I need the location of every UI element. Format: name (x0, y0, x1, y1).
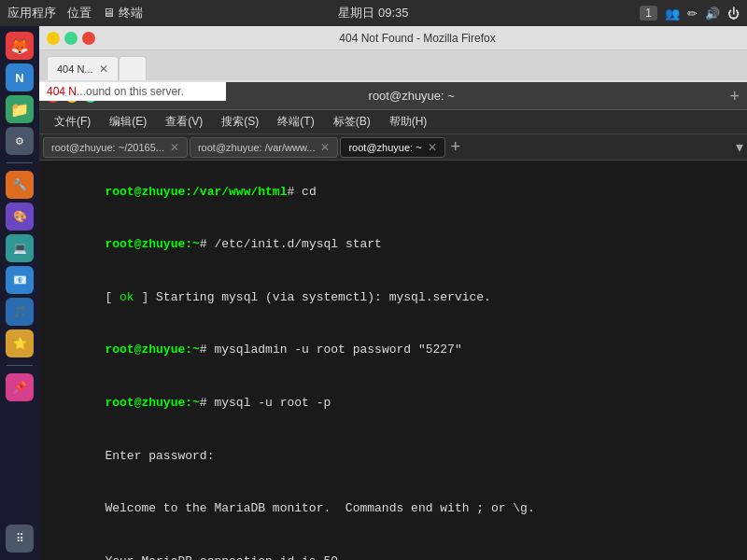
position-menu[interactable]: 位置 (67, 5, 92, 21)
terminal-prompt-user-5: root@zhuyue (105, 396, 185, 410)
menu-file[interactable]: 文件(F) (47, 112, 98, 132)
browser-tab-2[interactable] (119, 56, 147, 80)
dock-separator-2 (7, 365, 33, 366)
menu-help[interactable]: 帮助(H) (382, 112, 435, 132)
system-time: 星期日 09:35 (338, 5, 408, 21)
dock-icon-7[interactable]: 💻 (6, 234, 34, 262)
terminal-ok-text: ok (120, 290, 134, 304)
terminal-cmd-1: cd (302, 185, 317, 199)
browser-404-text: 404 N...ound on this server. (39, 82, 226, 101)
browser-tab-1[interactable]: 404 N... ✕ (47, 56, 119, 80)
terminal-enter-password: Enter password: (105, 449, 221, 463)
terminal-tab-1-label: root@zhuyue: ~/20165... (51, 142, 164, 153)
desktop: 🦊 N 📁 ⚙ 🔧 🎨 💻 📧 🎵 ⭐ 📌 ⠿ 404 Not Found - … (0, 26, 747, 560)
dock-icon-2[interactable]: N (6, 63, 34, 91)
terminal-prompt-user-1: root@zhuyue (105, 185, 185, 199)
dock-icon-10[interactable]: ⭐ (6, 329, 34, 357)
terminal-tabs: root@zhuyue: ~/20165... ✕ root@zhuyue: /… (39, 134, 747, 161)
menu-terminal[interactable]: 终端(T) (270, 112, 321, 132)
terminal-window: root@zhuyue: ~ + 文件(F) 编辑(E) 查看(V) 搜索(S)… (39, 82, 747, 560)
terminal-line-5: root@zhuyue:~# mysql -u root -p (47, 377, 740, 430)
terminal-tab-3-close[interactable]: ✕ (428, 141, 437, 154)
dock-icon-11[interactable]: 📌 (6, 373, 34, 401)
terminal-content[interactable]: root@zhuyue:/var/www/html# cd root@zhuyu… (39, 161, 747, 560)
terminal-tab-1-close[interactable]: ✕ (170, 141, 179, 154)
terminal-connection-id: Your MariaDB connection id is 50 (105, 554, 338, 560)
dock-icon-3[interactable]: 📁 (6, 95, 34, 123)
terminal-prompt-dollar-5: # (200, 396, 215, 410)
terminal-prompt-dollar-4: # (200, 343, 215, 357)
terminal-line-7: Welcome to the MariaDB monitor. Commands… (47, 483, 740, 536)
apps-menu[interactable]: 应用程序 (7, 5, 56, 21)
browser-titlebar: 404 Not Found - Mozilla Firefox (39, 26, 747, 50)
browser-title: 404 Not Found - Mozilla Firefox (95, 32, 740, 45)
volume-icon: 🔊 (705, 7, 720, 21)
menu-search[interactable]: 搜索(S) (214, 112, 266, 132)
terminal-cmd-5: mysql -u root -p (214, 396, 331, 410)
workspace-button[interactable]: 1 (640, 6, 657, 21)
terminal-line-3: [ ok ] Starting mysql (via systemctl): m… (47, 272, 740, 325)
dock-icon-4[interactable]: ⚙ (6, 127, 34, 155)
terminal-welcome: Welcome to the MariaDB monitor. Commands… (105, 501, 534, 515)
terminal-tab-3[interactable]: root@zhuyue: ~ ✕ (340, 137, 444, 158)
users-icon: 👥 (665, 7, 680, 21)
terminal-tab-2-close[interactable]: ✕ (320, 141, 330, 154)
terminal-cmd-2: /etc/init.d/mysql start (214, 237, 381, 251)
bluetooth-icon: ✏ (687, 7, 698, 21)
dock-icon-1[interactable]: 🦊 (6, 32, 34, 60)
dock-icon-12[interactable]: ⠿ (6, 525, 34, 553)
browser-tabs: 404 N... ✕ (39, 50, 747, 80)
terminal-icon: 🖥 (103, 6, 115, 20)
terminal-line-4: root@zhuyue:~# mysqladmin -u root passwo… (47, 325, 740, 378)
menu-edit[interactable]: 编辑(E) (102, 112, 154, 132)
terminal-tab-2[interactable]: root@zhuyue: /var/www... ✕ (190, 137, 339, 158)
terminal-prompt-path-4: :~ (185, 343, 200, 357)
terminal-line-8: Your MariaDB connection id is 50 (47, 536, 740, 560)
menu-tags[interactable]: 标签(B) (326, 112, 378, 132)
browser-window-controls (47, 32, 95, 45)
terminal-add-tab-button[interactable]: + (447, 137, 465, 157)
browser-window: 404 Not Found - Mozilla Firefox 404 N...… (39, 26, 747, 82)
terminal-tab-arrow[interactable]: ▾ (736, 138, 743, 156)
terminal-menubar: 文件(F) 编辑(E) 查看(V) 搜索(S) 终端(T) 标签(B) 帮助(H… (39, 110, 747, 134)
system-bar: 应用程序 位置 🖥 终端 星期日 09:35 1 👥 ✏ 🔊 ⏻ (0, 0, 747, 26)
terminal-tab-2-label: root@zhuyue: /var/www... (198, 142, 316, 153)
system-bar-left: 应用程序 位置 🖥 终端 (7, 5, 143, 21)
terminal-prompt-user-4: root@zhuyue (105, 343, 185, 357)
dock-separator-1 (7, 162, 33, 163)
browser-minimize-button[interactable] (47, 32, 60, 45)
terminal-line-1: root@zhuyue:/var/www/html# cd (47, 166, 740, 219)
dock-icon-5[interactable]: 🔧 (6, 171, 34, 199)
terminal-line-2: root@zhuyue:~# /etc/init.d/mysql start (47, 219, 740, 273)
browser-tab-1-close[interactable]: ✕ (99, 63, 108, 76)
browser-close-button[interactable] (82, 32, 95, 45)
terminal-new-tab-button[interactable]: + (729, 88, 740, 105)
browser-maximize-button[interactable] (64, 32, 78, 45)
dock-icon-9[interactable]: 🎵 (6, 298, 34, 326)
terminal-ok-bracket-open: [ (105, 290, 120, 304)
terminal-tab-1[interactable]: root@zhuyue: ~/20165... ✕ (43, 137, 188, 158)
terminal-prompt-path-1: :/var/www/html (185, 185, 287, 199)
terminal-prompt-dollar-2: # (200, 237, 215, 251)
terminal-prompt-path-2: :~ (185, 237, 200, 251)
menu-view[interactable]: 查看(V) (158, 112, 210, 132)
terminal-tab-3-label: root@zhuyue: ~ (348, 142, 421, 153)
terminal-prompt-dollar-1: # (287, 185, 302, 199)
terminal-prompt-user-2: root@zhuyue (105, 237, 185, 251)
terminal-ok-bracket-close: ] Starting mysql (via systemctl): mysql.… (134, 290, 491, 304)
dock-icon-8[interactable]: 📧 (6, 266, 34, 294)
system-bar-right: 1 👥 ✏ 🔊 ⏻ (640, 6, 740, 21)
terminal-menu[interactable]: 🖥 终端 (103, 5, 143, 21)
dock-icon-6[interactable]: 🎨 (6, 203, 34, 231)
dock: 🦊 N 📁 ⚙ 🔧 🎨 💻 📧 🎵 ⭐ 📌 ⠿ (0, 26, 39, 560)
terminal-cmd-4: mysqladmin -u root password "5227" (214, 343, 461, 357)
power-icon[interactable]: ⏻ (727, 7, 740, 21)
browser-tab-1-label: 404 N... (57, 63, 93, 75)
terminal-prompt-path-5: :~ (185, 396, 200, 410)
terminal-line-6: Enter password: (47, 430, 740, 483)
